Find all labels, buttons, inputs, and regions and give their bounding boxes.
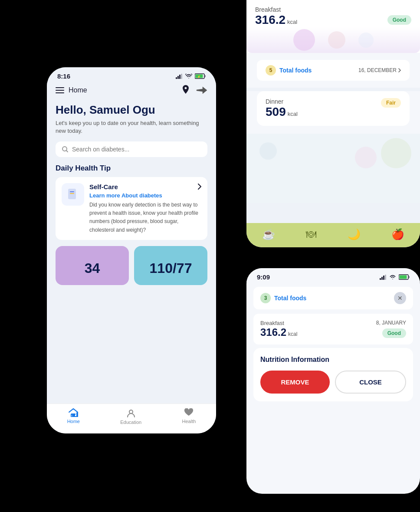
location-icon[interactable] [181, 85, 190, 95]
svg-rect-13 [70, 195, 72, 196]
nutrition-title: Nutrition Information [260, 356, 406, 364]
status-icons: ⚡ [176, 73, 206, 79]
battery-icon: ⚡ [195, 73, 206, 79]
phone3-breakfast-date: 8, JANUARY [376, 320, 406, 326]
svg-rect-2 [179, 75, 180, 79]
modal-actions: REMOVE CLOSE [260, 371, 406, 394]
stat-bp-value: 110/77 [150, 260, 192, 276]
header-left: Home [56, 86, 87, 94]
svg-rect-16 [380, 278, 381, 280]
close-button[interactable]: CLOSE [335, 371, 406, 394]
dinner-card: Dinner 509 kcal Fair [257, 91, 410, 126]
phone3-foods-row: 3 Total foods ✕ [253, 287, 413, 309]
breakfast-nav-icon[interactable]: ☕ [262, 228, 275, 240]
phone3-breakfast-kcal: 316.2 kcal [260, 326, 297, 338]
phone1-content: Hello, Samuel Ogu Let's keep you up to d… [47, 99, 216, 285]
phone1-nav: Home Education Health [47, 404, 216, 433]
education-icon [126, 408, 136, 418]
svg-rect-19 [385, 275, 386, 280]
breakfast-left: Breakfast 316.2 kcal [260, 320, 297, 338]
phone3-kcal-unit: kcal [288, 331, 297, 337]
breakfast-kcal-row: 316.2 kcal [255, 13, 297, 27]
search-icon [62, 146, 69, 153]
lunch-nav-icon[interactable]: 🍽 [306, 228, 316, 240]
dinner-kcal-row: 509 kcal [266, 105, 298, 119]
header-title: Home [69, 86, 87, 94]
greeting-name: Hello, Samuel Ogu [56, 103, 207, 117]
battery-icon-p3 [399, 274, 410, 280]
phone2-breakfast: Breakfast 316.2 kcal Good [246, 0, 420, 53]
dinner-info: Dinner 509 kcal [266, 98, 298, 119]
phone3-breakfast-row: Breakfast 316.2 kcal 8, JANUARY Good [253, 314, 413, 345]
chevron-right-icon[interactable] [198, 184, 201, 190]
phone1-home: 8:16 ⚡ [47, 67, 216, 433]
nav-item-health[interactable]: Health [182, 408, 196, 425]
phone1-status-bar: 8:16 ⚡ [47, 67, 216, 82]
close-circle-button[interactable]: ✕ [394, 292, 406, 304]
svg-rect-18 [383, 276, 384, 280]
remove-button[interactable]: REMOVE [260, 371, 330, 394]
breakfast-badge: Good [387, 15, 411, 25]
stat-card-bp[interactable]: 110/77 [134, 246, 207, 285]
svg-rect-12 [70, 193, 74, 194]
phone3-status-bar: 9:09 [246, 268, 420, 282]
tip-card: Self-Care Learn more About diabetes Did … [56, 177, 207, 240]
phone3-foods-label: Total foods [274, 295, 306, 302]
nav-item-home[interactable]: Home [67, 408, 80, 425]
tip-content: Self-Care Learn more About diabetes Did … [89, 183, 201, 234]
breakfast-label: Breakfast [255, 6, 411, 13]
svg-point-15 [129, 410, 133, 414]
foods-date: 16, DECEMBER [358, 67, 401, 73]
svg-line-9 [66, 150, 68, 152]
nav-label-education: Education [120, 420, 141, 425]
svg-rect-17 [381, 277, 383, 280]
stat-bmi-value: 34 [85, 260, 100, 276]
svg-rect-11 [70, 191, 74, 192]
tip-title: Self-Care [89, 183, 118, 190]
plane-icon[interactable] [195, 86, 207, 95]
greeting-subtitle: Let's keep you up to date on your health… [56, 119, 207, 135]
phone3-status-icons [380, 274, 410, 280]
foods-total-row[interactable]: 5 Total foods 16, DECEMBER [257, 60, 410, 81]
svg-rect-0 [176, 77, 177, 79]
foods-count-badge: 5 [266, 65, 276, 75]
svg-rect-6 [205, 75, 206, 77]
tip-icon-box [62, 183, 84, 206]
stat-card-bmi[interactable]: 34 [56, 246, 129, 285]
phone2-bottom-nav: ☕ 🍽 🌙 🍎 [246, 223, 420, 247]
phone3-time: 9:09 [257, 273, 270, 281]
phone3-kcal-num: 316.2 [260, 326, 286, 338]
nutrition-modal: Nutrition Information REMOVE CLOSE [253, 348, 413, 401]
search-input[interactable] [72, 146, 201, 153]
phone1-header: Home [47, 82, 216, 99]
foods-left: 5 Total foods [266, 65, 312, 75]
foods-label: Total foods [279, 67, 312, 74]
tip-header: Self-Care [89, 183, 201, 190]
svg-rect-21 [400, 276, 407, 279]
phone1-time: 8:16 [57, 72, 70, 80]
hamburger-menu[interactable] [56, 87, 64, 93]
document-icon [66, 188, 79, 201]
phone3-foods-left: 3 Total foods [260, 293, 306, 303]
signal-icon [176, 74, 183, 79]
phone3-breakfast-label: Breakfast [260, 320, 297, 326]
chevron-right-small-icon [398, 68, 401, 72]
svg-rect-3 [181, 74, 182, 79]
header-right [181, 85, 207, 95]
snack-nav-icon[interactable]: 🍎 [391, 228, 404, 240]
dinner-label: Dinner [266, 98, 298, 105]
phone3-breakfast-badge: Good [382, 328, 406, 338]
dinner-kcal-unit: kcal [288, 111, 298, 117]
night-nav-icon[interactable]: 🌙 [348, 228, 361, 240]
nav-item-education[interactable]: Education [120, 408, 141, 425]
wifi-icon [185, 74, 192, 79]
tip-link[interactable]: Learn more About diabetes [89, 192, 201, 199]
breakfast-header: Breakfast 316.2 kcal 8, JANUARY Good [260, 320, 406, 338]
search-bar [56, 141, 207, 157]
dinner-kcal-num: 509 [266, 105, 286, 119]
phone3-nutrition: 9:09 3 Total f [246, 268, 420, 494]
svg-rect-22 [409, 276, 410, 278]
svg-rect-14 [72, 414, 75, 417]
phone3-content: 3 Total foods ✕ Breakfast 316.2 kcal 8, … [246, 282, 420, 406]
home-icon [69, 408, 78, 417]
